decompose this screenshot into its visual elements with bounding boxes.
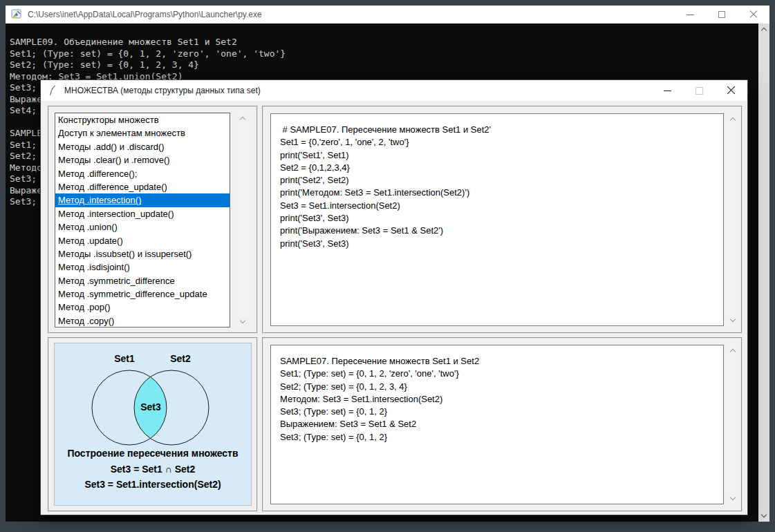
- output-line: Методом: Set3 = Set1.intersection(Set2): [280, 393, 723, 406]
- console-titlebar: C:\Users\inet\AppData\Local\Programs\Pyt…: [6, 6, 769, 23]
- listbox-scrollbar[interactable]: [236, 113, 248, 327]
- app-window: МНОЖЕСТВА (методы структуры данных типа …: [40, 79, 748, 515]
- listbox-item[interactable]: Метод .copy(): [55, 314, 230, 327]
- code-line: print('Set3', Set3): [280, 238, 723, 250]
- listbox-item[interactable]: Доступ к элементам множеств: [55, 126, 230, 140]
- set3-label: Set3: [140, 401, 161, 412]
- output-line: Set3; (Type: set) = {0, 1, 2}: [280, 406, 723, 418]
- python-launcher-icon: [11, 9, 22, 20]
- listbox-item[interactable]: Метод .union(): [55, 220, 230, 234]
- output-line: Set2; (Type: set) = {0, 1, 2, 3, 4}: [280, 381, 723, 393]
- console-line: Set1; (Type: set) = {0, 1, 2, 'zero', 'o…: [10, 48, 760, 60]
- output-scrollbar[interactable]: [727, 345, 738, 504]
- code-textarea[interactable]: # SAMPLE07. Пересечение множеств Set1 и …: [270, 113, 724, 326]
- diagram-caption-title: Построение пересечения множеств: [55, 448, 251, 459]
- listbox-item[interactable]: Метод .symmetric_difference: [55, 274, 230, 287]
- scroll-up-icon[interactable]: [729, 117, 735, 123]
- code-line: print('Set1', Set1): [280, 149, 723, 162]
- set2-label: Set2: [170, 353, 191, 364]
- code-line: print('Выражением: Set3 = Set1 & Set2'): [280, 225, 723, 237]
- output-panel: SAMPLE07. Пересечение множеств Set1 и Se…: [262, 337, 743, 512]
- venn-canvas: Set1 Set2 Set3 Построение пересечения мн…: [54, 343, 252, 506]
- listbox-item[interactable]: Методы .clear() и .remove(): [55, 153, 230, 167]
- diagram-caption-method: Set3 = Set1.intersection(Set2): [55, 479, 251, 490]
- scroll-down-icon[interactable]: [729, 495, 735, 500]
- scroll-up-icon[interactable]: [729, 349, 735, 354]
- output-line: Set3; (Type: set) = {0, 1, 2}: [280, 431, 723, 444]
- listbox-item[interactable]: Методы .issubset() и issuperset(): [55, 247, 230, 260]
- console-title: C:\Users\inet\AppData\Local\Programs\Pyt…: [28, 10, 262, 19]
- console-line: Set2; (Type: set) = {0, 1, 2, 3, 4}: [10, 59, 760, 71]
- app-minimize-button[interactable]: [651, 80, 683, 101]
- diagram-caption-expression: Set3 = Set1 ∩ Set2: [55, 464, 251, 475]
- console-line: SAMPLE09. Объединение множеств Set1 и Se…: [10, 37, 760, 48]
- scroll-down-icon[interactable]: [239, 318, 245, 323]
- methods-panel: Конструкторы множествДоступ к элементам …: [48, 106, 258, 334]
- code-line: Set2 = {0,1,2,3,4}: [280, 162, 723, 174]
- code-line: print('Set2', Set2): [280, 174, 723, 187]
- app-close-button[interactable]: [715, 80, 747, 101]
- code-line: Set3 = Set1.intersection(Set2): [280, 200, 723, 212]
- scroll-up-icon[interactable]: [239, 117, 245, 122]
- listbox-item[interactable]: Метод .pop(): [55, 301, 230, 314]
- scroll-up-icon[interactable]: [761, 28, 767, 33]
- console-scrollbar[interactable]: [758, 23, 769, 522]
- listbox-item[interactable]: Метод .intersection(): [55, 193, 230, 207]
- listbox-item[interactable]: Метод .intersection_update(): [55, 207, 230, 220]
- listbox-item[interactable]: Методы .add() и .discard(): [55, 140, 230, 153]
- output-line: SAMPLE07. Пересечение множеств Set1 и Se…: [280, 355, 723, 368]
- methods-listbox[interactable]: Конструкторы множествДоступ к элементам …: [55, 113, 230, 327]
- code-line: print('Методом: Set3 = Set1.intersection…: [280, 187, 723, 199]
- diagram-panel: Set1 Set2 Set3 Построение пересечения мн…: [48, 337, 258, 512]
- app-titlebar: МНОЖЕСТВА (методы структуры данных типа …: [41, 80, 747, 101]
- listbox-item[interactable]: Метод .isdisjoint(): [55, 260, 230, 274]
- code-panel: # SAMPLE07. Пересечение множеств Set1 и …: [262, 106, 743, 334]
- console-maximize-button[interactable]: [706, 6, 738, 23]
- console-minimize-button[interactable]: [674, 6, 706, 23]
- scroll-down-icon[interactable]: [761, 512, 767, 517]
- set1-label: Set1: [114, 353, 135, 364]
- listbox-item[interactable]: Метод .update(): [55, 234, 230, 247]
- output-textarea[interactable]: SAMPLE07. Пересечение множеств Set1 и Se…: [270, 345, 724, 504]
- listbox-item[interactable]: Метод .difference_update(): [55, 180, 230, 193]
- output-line: Выражением: Set3 = Set1 & Set2: [280, 418, 723, 430]
- code-line: # SAMPLE07. Пересечение множеств Set1 и …: [280, 124, 723, 136]
- listbox-item[interactable]: Метод .difference();: [55, 167, 230, 180]
- code-line: print('Set3', Set3): [280, 212, 723, 225]
- code-line: Set1 = {0,'zero', 1, 'one', 2, 'two'}: [280, 136, 723, 149]
- listbox-item[interactable]: Конструкторы множеств: [55, 113, 230, 126]
- scroll-down-icon[interactable]: [729, 316, 735, 322]
- app-maximize-button: [683, 80, 715, 101]
- console-close-button[interactable]: [738, 6, 769, 23]
- listbox-item[interactable]: Метод .symmetric_difference_update: [55, 287, 230, 301]
- app-title: МНОЖЕСТВА (методы структуры данных типа …: [64, 86, 261, 95]
- python-feather-icon: [47, 85, 58, 96]
- output-line: Set1; (Type: set) = {0, 1, 2, 'zero', 'o…: [280, 368, 723, 380]
- code-scrollbar[interactable]: [727, 113, 738, 326]
